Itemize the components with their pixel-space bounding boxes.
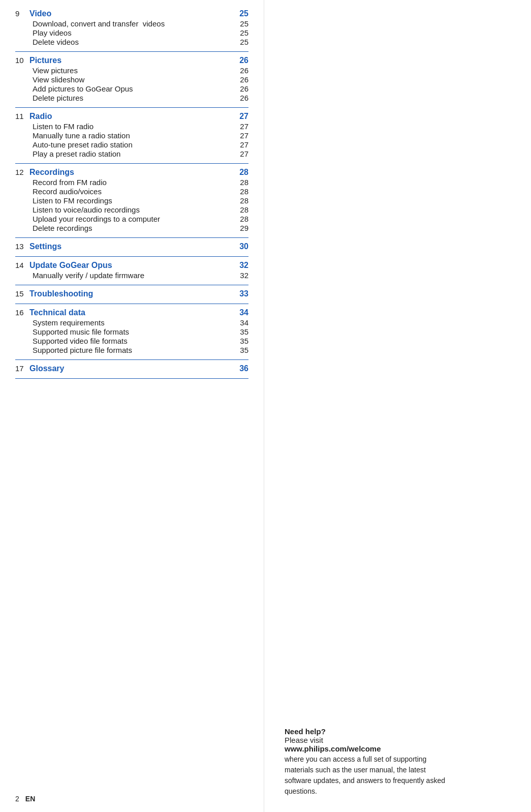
toc-divider-11: [15, 107, 248, 108]
toc-item-label-12-5: Delete recordings: [29, 224, 234, 232]
toc-section-17: 17Glossary36: [15, 359, 248, 373]
toc-heading-label-11: Radio: [29, 112, 234, 121]
toc-item-page-14-0: 32: [234, 271, 248, 280]
toc-heading-page-15: 33: [234, 289, 248, 298]
toc-heading-page-9: 25: [234, 9, 248, 18]
toc-item-label-16-1: Supported music file formats: [29, 327, 234, 336]
toc-heading-label-12: Recordings: [29, 168, 234, 177]
toc-item-page-12-3: 28: [234, 205, 248, 214]
toc-final-divider: [15, 378, 248, 379]
toc-section-number-12: 12: [15, 168, 29, 176]
help-description-text: where you can access a full set of suppo…: [285, 754, 447, 797]
toc-item-row-10-0: View pictures26: [15, 66, 248, 75]
toc-item-page-12-5: 29: [234, 224, 248, 232]
toc-item-label-14-0: Manually verify / update firmware: [29, 271, 234, 280]
help-need-help-label: Need help?: [285, 727, 516, 736]
toc-heading-page-12: 28: [234, 168, 248, 177]
toc-item-label-11-2: Auto-tune preset radio station: [29, 140, 234, 149]
toc-heading-row-12: 12Recordings28: [15, 168, 248, 177]
toc-item-row-16-0: System requirements34: [15, 318, 248, 327]
footer-language: EN: [25, 795, 35, 803]
toc-heading-row-11: 11Radio27: [15, 112, 248, 121]
toc-item-row-10-3: Delete pictures26: [15, 94, 248, 102]
toc-section-number-17: 17: [15, 364, 29, 373]
toc-divider-15: [15, 285, 248, 285]
toc-item-label-10-0: View pictures: [29, 66, 234, 75]
toc-heading-page-14: 32: [234, 261, 248, 270]
toc-item-row-9-2: Delete videos25: [15, 38, 248, 46]
toc-section-11: 11Radio27Listen to FM radio27Manually tu…: [15, 107, 248, 158]
toc-item-label-16-3: Supported picture file formats: [29, 346, 234, 354]
toc-divider-12: [15, 163, 248, 164]
toc-item-row-12-1: Record audio/voices28: [15, 187, 248, 196]
toc-item-page-11-1: 27: [234, 131, 248, 140]
toc-divider-10: [15, 51, 248, 52]
toc-section-number-14: 14: [15, 261, 29, 269]
toc-item-page-10-0: 26: [234, 66, 248, 75]
toc-item-page-10-1: 26: [234, 75, 248, 84]
toc-item-page-12-2: 28: [234, 196, 248, 205]
toc-heading-label-17: Glossary: [29, 364, 234, 373]
toc-item-page-9-1: 25: [234, 28, 248, 37]
help-box: Need help? Please visit www.philips.com/…: [285, 717, 516, 797]
toc-item-row-10-2: Add pictures to GoGear Opus26: [15, 84, 248, 93]
toc-section-12: 12Recordings28Record from FM radio28Reco…: [15, 163, 248, 232]
toc-item-label-12-1: Record audio/voices: [29, 187, 234, 196]
toc-divider-13: [15, 237, 248, 238]
toc-heading-page-10: 26: [234, 56, 248, 65]
toc-item-label-12-2: Listen to FM recordings: [29, 196, 234, 205]
toc-item-page-11-0: 27: [234, 122, 248, 131]
toc-section-number-16: 16: [15, 308, 29, 317]
toc-divider-16: [15, 304, 248, 304]
toc-section-10: 10Pictures26View pictures26View slidesho…: [15, 51, 248, 102]
toc-heading-label-9: Video: [29, 9, 234, 18]
toc-item-page-16-3: 35: [234, 346, 248, 354]
toc-heading-row-14: 14Update GoGear Opus32: [15, 261, 248, 270]
toc-heading-row-9: 9Video25: [15, 9, 248, 18]
toc-heading-page-11: 27: [234, 112, 248, 121]
toc-heading-label-15: Troubleshooting: [29, 289, 234, 298]
toc-item-page-16-2: 35: [234, 337, 248, 345]
toc-item-row-16-3: Supported picture file formats35: [15, 346, 248, 354]
toc-item-row-12-0: Record from FM radio28: [15, 178, 248, 187]
toc-left-column: 9Video25Download, convert and transfer v…: [0, 0, 264, 812]
toc-item-label-12-3: Listen to voice/audio recordings: [29, 205, 234, 214]
toc-section-14: 14Update GoGear Opus32Manually verify / …: [15, 256, 248, 280]
toc-item-label-10-2: Add pictures to GoGear Opus: [29, 84, 234, 93]
toc-item-page-9-0: 25: [234, 19, 248, 28]
toc-heading-row-16: 16Technical data34: [15, 308, 248, 317]
toc-item-row-11-3: Play a preset radio station27: [15, 149, 248, 158]
toc-heading-page-17: 36: [234, 364, 248, 373]
toc-section-9: 9Video25Download, convert and transfer v…: [15, 9, 248, 46]
toc-section-15: 15Troubleshooting33: [15, 285, 248, 298]
toc-item-label-12-0: Record from FM radio: [29, 178, 234, 187]
toc-item-page-11-2: 27: [234, 140, 248, 149]
toc-item-page-12-1: 28: [234, 187, 248, 196]
toc-item-page-9-2: 25: [234, 38, 248, 46]
toc-divider-14: [15, 256, 248, 257]
toc-item-row-14-0: Manually verify / update firmware32: [15, 271, 248, 280]
toc-item-label-16-0: System requirements: [29, 318, 234, 327]
right-column: Need help? Please visit www.philips.com/…: [264, 0, 531, 812]
toc-item-page-16-0: 34: [234, 318, 248, 327]
toc-item-row-12-5: Delete recordings29: [15, 224, 248, 232]
toc-heading-row-13: 13Settings30: [15, 242, 248, 251]
toc-item-row-16-1: Supported music file formats35: [15, 327, 248, 336]
toc-item-label-10-1: View slideshow: [29, 75, 234, 84]
toc-divider-17: [15, 359, 248, 360]
toc-section-16: 16Technical data34System requirements34S…: [15, 304, 248, 354]
toc-item-label-10-3: Delete pictures: [29, 94, 234, 102]
toc-heading-page-13: 30: [234, 242, 248, 251]
toc-item-row-11-0: Listen to FM radio27: [15, 122, 248, 131]
toc-item-row-9-0: Download, convert and transfer videos25: [15, 19, 248, 28]
toc-item-label-11-1: Manually tune a radio station: [29, 131, 234, 140]
toc-item-row-11-2: Auto-tune preset radio station27: [15, 140, 248, 149]
help-please-visit-label: Please visit: [285, 736, 516, 744]
footer: 2 EN: [15, 795, 35, 803]
toc-item-row-9-1: Play videos25: [15, 28, 248, 37]
toc-item-page-12-4: 28: [234, 215, 248, 223]
toc-item-page-10-2: 26: [234, 84, 248, 93]
toc-heading-row-10: 10Pictures26: [15, 56, 248, 65]
toc-item-row-12-2: Listen to FM recordings28: [15, 196, 248, 205]
toc-section-number-13: 13: [15, 242, 29, 251]
